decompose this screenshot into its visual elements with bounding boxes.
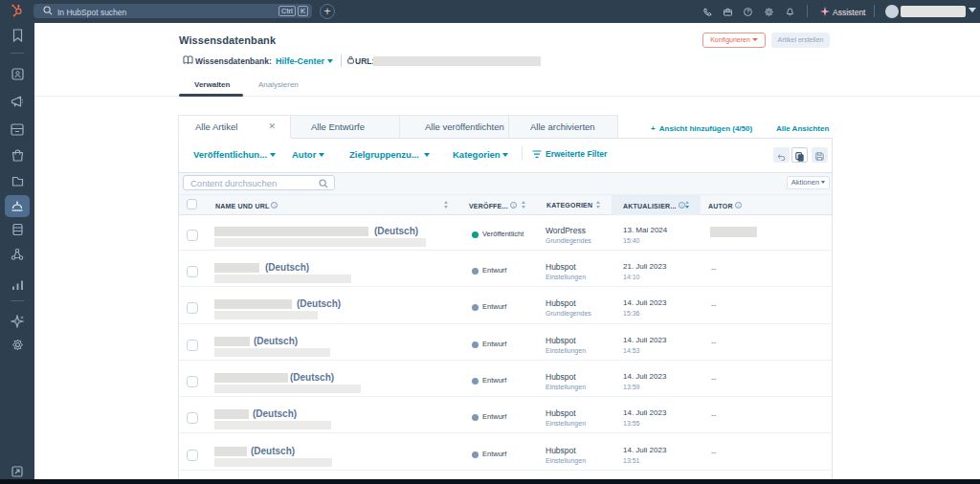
svg-text:?: ? [746, 9, 749, 14]
